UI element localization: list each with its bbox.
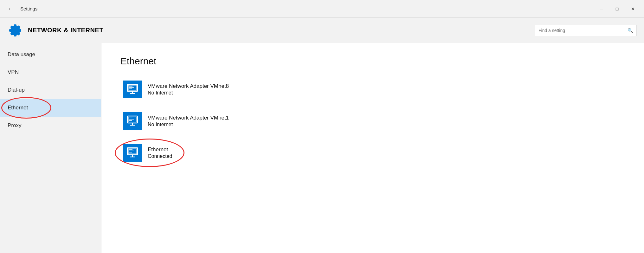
settings-icon bbox=[8, 23, 23, 38]
close-button[interactable]: ✕ bbox=[626, 4, 640, 14]
ethernet-connected-status: Connected bbox=[148, 153, 172, 160]
vmnet1-info: VMware Network Adapter VMnet1 No Interne… bbox=[148, 114, 229, 128]
vmnet8-icon-box bbox=[123, 81, 142, 98]
header: NETWORK & INTERNET 🔍 bbox=[0, 18, 644, 43]
ethernet-connected-info: Ethernet Connected bbox=[148, 146, 172, 160]
vmnet8-status: No Internet bbox=[148, 90, 229, 96]
window-title: Settings bbox=[20, 6, 594, 11]
minimize-button[interactable]: ─ bbox=[594, 4, 609, 14]
sidebar-item-dial-up[interactable]: Dial-up bbox=[0, 81, 101, 99]
sidebar-item-vpn[interactable]: VPN bbox=[0, 63, 101, 81]
back-button[interactable]: ← bbox=[4, 2, 18, 16]
vmnet1-icon-box bbox=[123, 112, 142, 130]
network-item-vmnet1[interactable]: VMware Network Adapter VMnet1 No Interne… bbox=[120, 110, 625, 133]
maximize-button[interactable]: □ bbox=[610, 4, 624, 14]
network-item-ethernet-connected[interactable]: Ethernet Connected bbox=[120, 141, 625, 164]
monitor-icon bbox=[126, 83, 139, 96]
content-title: Ethernet bbox=[120, 56, 625, 67]
vmnet1-name: VMware Network Adapter VMnet1 bbox=[148, 114, 229, 121]
vmnet8-info: VMware Network Adapter VMnet8 No Interne… bbox=[148, 83, 229, 96]
vmnet1-status: No Internet bbox=[148, 121, 229, 128]
vmnet8-name: VMware Network Adapter VMnet8 bbox=[148, 83, 229, 90]
monitor-icon-3 bbox=[126, 146, 139, 159]
network-item-vmnet8[interactable]: VMware Network Adapter VMnet8 No Interne… bbox=[120, 78, 625, 101]
sidebar: Data usage VPN Dial-up Ethernet Proxy bbox=[0, 43, 101, 253]
page-title: NETWORK & INTERNET bbox=[28, 27, 535, 34]
sidebar-item-ethernet[interactable]: Ethernet bbox=[0, 99, 101, 117]
monitor-icon-2 bbox=[126, 115, 139, 127]
main-layout: Data usage VPN Dial-up Ethernet Proxy Et… bbox=[0, 43, 644, 253]
search-box[interactable]: 🔍 bbox=[535, 25, 636, 36]
sidebar-item-proxy[interactable]: Proxy bbox=[0, 117, 101, 134]
sidebar-item-data-usage[interactable]: Data usage bbox=[0, 46, 101, 63]
back-icon: ← bbox=[8, 5, 14, 12]
window-controls: ─ □ ✕ bbox=[594, 4, 640, 14]
search-icon: 🔍 bbox=[628, 28, 633, 33]
title-bar: ← Settings ─ □ ✕ bbox=[0, 0, 644, 18]
ethernet-connected-name: Ethernet bbox=[148, 146, 172, 153]
content-area: Ethernet VMware Network Adapter VMnet8 N… bbox=[101, 43, 644, 253]
ethernet-connected-icon-box bbox=[123, 144, 142, 162]
search-input[interactable] bbox=[538, 28, 628, 33]
